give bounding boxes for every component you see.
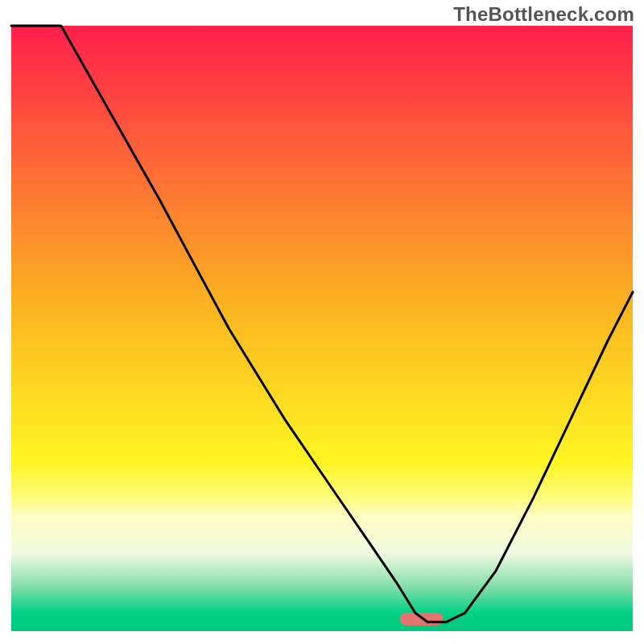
chart-canvas: TheBottleneck.com xyxy=(0,0,644,644)
plot-background xyxy=(11,26,633,631)
bottleneck-plot xyxy=(0,0,644,644)
watermark-text: TheBottleneck.com xyxy=(453,3,634,26)
sweet-spot-marker xyxy=(400,613,444,625)
